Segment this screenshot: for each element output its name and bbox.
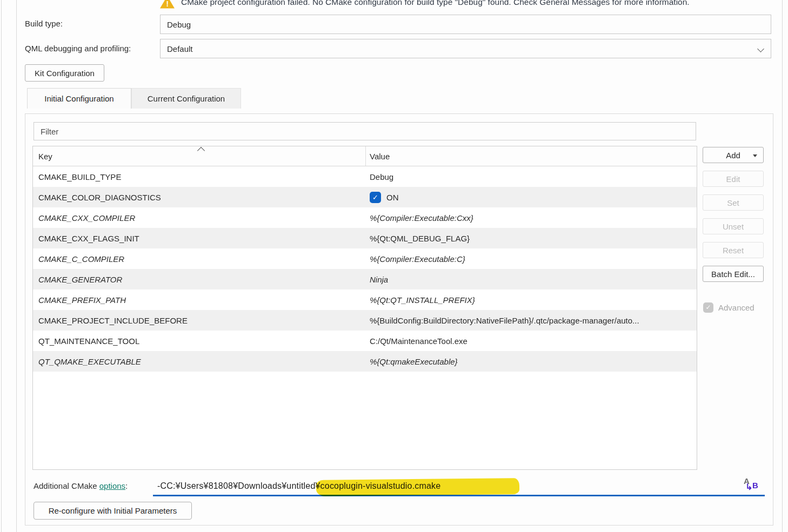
chevron-down-icon (757, 45, 764, 52)
variables-icon[interactable]: A ↳ B (740, 477, 762, 495)
key-cell[interactable]: CMAKE_CXX_COMPILER (33, 213, 364, 223)
left-panel-border (16, 0, 17, 532)
value-cell[interactable]: %{Qt:QT_INSTALL_PREFIX} (364, 295, 697, 305)
reset-button[interactable]: Reset (703, 242, 764, 258)
table-row[interactable]: CMAKE_PREFIX_PATH %{Qt:QT_INSTALL_PREFIX… (33, 289, 697, 310)
cmake-variables-table: Key Value CMAKE_BUILD_TYPE Debug CMAKE_C… (32, 146, 697, 470)
value-cell[interactable]: ✓ ON (364, 192, 697, 203)
sort-ascending-icon[interactable] (197, 147, 205, 154)
key-cell[interactable]: CMAKE_PREFIX_PATH (33, 295, 364, 305)
qml-debugging-value: Default (167, 44, 193, 53)
filter-input[interactable]: Filter (34, 122, 696, 140)
key-cell[interactable]: CMAKE_COLOR_DIAGNOSTICS (33, 193, 364, 202)
key-cell[interactable]: CMAKE_GENERATOR (33, 275, 364, 284)
build-type-input[interactable]: Debug (160, 15, 771, 34)
table-row[interactable]: CMAKE_PROJECT_INCLUDE_BEFORE %{BuildConf… (33, 310, 697, 331)
table-header: Key Value (33, 146, 697, 166)
filter-placeholder: Filter (41, 127, 58, 136)
unset-button[interactable]: Unset (703, 218, 764, 234)
tab-initial-configuration[interactable]: Initial Configuration (27, 88, 131, 109)
key-cell[interactable]: CMAKE_BUILD_TYPE (33, 172, 364, 181)
warning-text: CMake project configuration failed. No C… (181, 0, 690, 7)
advanced-checkbox-row: ✓ Advanced (703, 302, 754, 313)
value-cell[interactable]: Debug (364, 172, 697, 181)
column-header-value[interactable]: Value (370, 146, 390, 166)
advanced-checkbox[interactable]: ✓ (703, 302, 713, 313)
table-row[interactable]: CMAKE_C_COMPILER %{Compiler:Executable:C… (33, 248, 697, 269)
right-panel-border (782, 0, 783, 532)
dropdown-caret-icon (753, 154, 757, 157)
table-row[interactable]: CMAKE_COLOR_DIAGNOSTICS ✓ ON (33, 187, 697, 207)
qml-debugging-select[interactable]: Default (160, 39, 771, 58)
key-cell[interactable]: QT_QMAKE_EXECUTABLE (33, 357, 364, 366)
batch-edit-button[interactable]: Batch Edit... (703, 266, 764, 282)
additional-options-input[interactable]: -CC:¥Users¥81808¥Downloads¥untitled¥coco… (153, 477, 765, 496)
add-button[interactable]: Add (703, 147, 764, 163)
table-row[interactable]: QT_MAINTENANCE_TOOL C:/Qt/MaintenanceToo… (33, 331, 697, 351)
build-type-label: Build type: (25, 19, 63, 28)
key-cell[interactable]: CMAKE_C_COMPILER (33, 254, 364, 264)
qml-debugging-label: QML debugging and profiling: (25, 44, 131, 53)
column-divider[interactable] (365, 146, 366, 166)
warning-banner: ! CMake project configuration failed. No… (160, 0, 690, 9)
table-row[interactable]: CMAKE_BUILD_TYPE Debug (33, 166, 697, 187)
table-row[interactable]: QT_QMAKE_EXECUTABLE %{Qt:qmakeExecutable… (33, 351, 697, 372)
build-type-value: Debug (167, 20, 191, 29)
edit-button[interactable]: Edit (703, 171, 764, 187)
value-cell[interactable]: C:/Qt/MaintenanceTool.exe (364, 336, 697, 346)
left-frame-line (1, 0, 2, 532)
value-cell[interactable]: Ninja (364, 275, 697, 284)
value-cell[interactable]: %{Qt:qmakeExecutable} (364, 357, 697, 366)
additional-options-label: Additional CMake options: (34, 481, 128, 490)
table-row[interactable]: CMAKE_CXX_COMPILER %{Compiler:Executable… (33, 207, 697, 228)
reconfigure-button[interactable]: Re-configure with Initial Parameters (34, 502, 192, 520)
value-cell[interactable]: %{Compiler:Executable:C} (364, 254, 697, 264)
value-cell[interactable]: %{BuildConfig:BuildDirectory:NativeFileP… (364, 316, 697, 325)
checkbox-checked-icon[interactable]: ✓ (370, 192, 381, 203)
set-button[interactable]: Set (703, 194, 764, 211)
value-cell[interactable]: %{Compiler:Executable:Cxx} (364, 213, 697, 223)
table-row[interactable]: CMAKE_GENERATOR Ninja (33, 269, 697, 289)
warning-triangle-icon: ! (160, 0, 175, 9)
value-cell[interactable]: %{Qt:QML_DEBUG_FLAG} (364, 234, 697, 243)
options-link[interactable]: options (99, 481, 125, 490)
advanced-label: Advanced (718, 303, 754, 312)
key-cell[interactable]: CMAKE_PROJECT_INCLUDE_BEFORE (33, 316, 364, 325)
key-cell[interactable]: CMAKE_CXX_FLAGS_INIT (33, 234, 364, 243)
table-row[interactable]: CMAKE_CXX_FLAGS_INIT %{Qt:QML_DEBUG_FLAG… (33, 228, 697, 248)
key-cell[interactable]: QT_MAINTENANCE_TOOL (33, 336, 364, 346)
tab-current-configuration[interactable]: Current Configuration (131, 88, 241, 109)
additional-options-value: -CC:¥Users¥81808¥Downloads¥untitled¥coco… (157, 481, 440, 491)
kit-configuration-button[interactable]: Kit Configuration (25, 64, 104, 82)
column-header-key[interactable]: Key (38, 146, 52, 166)
